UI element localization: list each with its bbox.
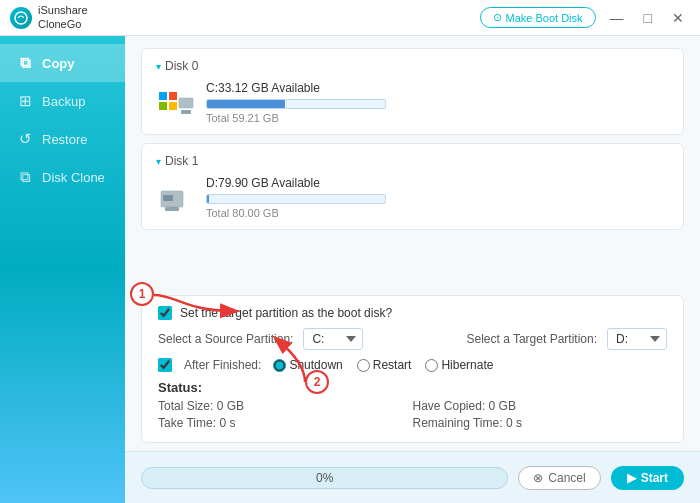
drive-d-total: Total 80.00 GB [206, 207, 669, 219]
backup-icon: ⊞ [16, 92, 34, 110]
svg-rect-9 [163, 195, 173, 201]
minimize-button[interactable]: — [604, 8, 630, 28]
after-options-group: Shutdown Restart Hibernate [273, 358, 493, 372]
app-logo: iSunshare CloneGo [10, 4, 88, 30]
restart-option[interactable]: Restart [357, 358, 412, 372]
bottom-bar: 0% ⊗ Cancel ▶ Start [125, 451, 700, 503]
app-name-line2: CloneGo [38, 18, 88, 31]
drive-c-total: Total 59.21 GB [206, 112, 669, 124]
svg-rect-2 [169, 92, 177, 100]
disk1-header: ▾ Disk 1 [156, 154, 669, 168]
status-grid: Total Size: 0 GB Have Copied: 0 GB Take … [158, 399, 667, 430]
disk-panels: ▾ Disk 0 [125, 36, 700, 295]
after-finished-label: After Finished: [184, 358, 261, 372]
svg-rect-4 [169, 102, 177, 110]
sidebar-item-restore[interactable]: ↺ Restore [0, 120, 125, 158]
sidebar-item-label: Backup [42, 94, 85, 109]
disk0-header: ▾ Disk 0 [156, 59, 669, 73]
boot-disk-icon: ⊙ [493, 11, 502, 24]
start-button[interactable]: ▶ Start [611, 466, 684, 490]
app-body: ⧉ Copy ⊞ Backup ↺ Restore ⧉ Disk Clone ▾… [0, 36, 700, 503]
sidebar: ⧉ Copy ⊞ Backup ↺ Restore ⧉ Disk Clone [0, 36, 125, 503]
svg-point-0 [15, 12, 27, 24]
drive-d-bar [206, 194, 386, 204]
drive-d-bar-fill [207, 195, 209, 203]
sidebar-item-label: Copy [42, 56, 75, 71]
make-boot-label: Make Boot Disk [506, 12, 583, 24]
disk0-label: Disk 0 [165, 59, 198, 73]
total-size-item: Total Size: 0 GB [158, 399, 413, 413]
progress-label: 0% [316, 471, 333, 485]
restart-radio[interactable] [357, 359, 370, 372]
shutdown-radio[interactable] [273, 359, 286, 372]
app-name-line1: iSunshare [38, 4, 88, 17]
copy-icon: ⧉ [16, 54, 34, 72]
source-partition-label: Select a Source Partition: [158, 332, 293, 346]
drive-d-icon [156, 182, 196, 214]
svg-rect-1 [159, 92, 167, 100]
svg-rect-3 [159, 102, 167, 110]
svg-rect-8 [165, 207, 179, 211]
maximize-button[interactable]: □ [638, 8, 658, 28]
title-bar: iSunshare CloneGo ⊙ Make Boot Disk — □ ✕ [0, 0, 700, 36]
source-partition-select[interactable]: C: [303, 328, 363, 350]
partition-row: Select a Source Partition: C: Select a T… [158, 328, 667, 350]
sidebar-item-copy[interactable]: ⧉ Copy [0, 44, 125, 82]
drive-d-label: D:79.90 GB Available [206, 176, 669, 190]
svg-rect-5 [179, 98, 193, 108]
shutdown-option[interactable]: Shutdown [273, 358, 342, 372]
drive-c-info: C:33.12 GB Available Total 59.21 GB [206, 81, 669, 124]
title-bar-actions: ⊙ Make Boot Disk — □ ✕ [480, 7, 691, 28]
cancel-label: Cancel [548, 471, 585, 485]
drive-c-icon [156, 87, 196, 119]
annotation-1: 1 [130, 282, 154, 306]
close-button[interactable]: ✕ [666, 8, 690, 28]
disk1-label: Disk 1 [165, 154, 198, 168]
hibernate-option[interactable]: Hibernate [425, 358, 493, 372]
take-time-item: Take Time: 0 s [158, 416, 413, 430]
status-title: Status: [158, 380, 667, 395]
sidebar-item-backup[interactable]: ⊞ Backup [0, 82, 125, 120]
start-icon: ▶ [627, 471, 636, 485]
target-partition-select[interactable]: D: [607, 328, 667, 350]
drive-c-label: C:33.12 GB Available [206, 81, 669, 95]
boot-disk-checkbox[interactable] [158, 306, 172, 320]
disk1-chevron-icon: ▾ [156, 156, 161, 167]
sidebar-item-label: Restore [42, 132, 88, 147]
drive-d-info: D:79.90 GB Available Total 80.00 GB [206, 176, 669, 219]
restart-label: Restart [373, 358, 412, 372]
after-finished-checkbox[interactable] [158, 358, 172, 372]
sidebar-item-diskclone[interactable]: ⧉ Disk Clone [0, 158, 125, 196]
restore-icon: ↺ [16, 130, 34, 148]
svg-rect-6 [181, 110, 191, 114]
status-section: Status: Total Size: 0 GB Have Copied: 0 … [158, 380, 667, 430]
sidebar-item-label: Disk Clone [42, 170, 105, 185]
cancel-icon: ⊗ [533, 471, 543, 485]
content-area: ▾ Disk 0 [125, 36, 700, 503]
remaining-time-item: Remaining Time: 0 s [413, 416, 668, 430]
settings-panel: Set the target partition as the boot dis… [141, 295, 684, 443]
make-boot-button[interactable]: ⊙ Make Boot Disk [480, 7, 596, 28]
drive-c-bar [206, 99, 386, 109]
annotation-2: 2 [305, 370, 329, 394]
hibernate-radio[interactable] [425, 359, 438, 372]
disk1-panel: ▾ Disk 1 D:79.90 GB Available [141, 143, 684, 230]
after-finished-row: After Finished: Shutdown Restart Hiberna… [158, 358, 667, 372]
boot-disk-row: Set the target partition as the boot dis… [158, 306, 667, 320]
diskclone-icon: ⧉ [16, 168, 34, 186]
target-partition-label: Select a Target Partition: [466, 332, 597, 346]
drive-c-bar-fill [207, 100, 285, 108]
have-copied-item: Have Copied: 0 GB [413, 399, 668, 413]
logo-icon [10, 7, 32, 29]
disk0-drive-row: C:33.12 GB Available Total 59.21 GB [156, 81, 669, 124]
disk1-drive-row: D:79.90 GB Available Total 80.00 GB [156, 176, 669, 219]
progress-bar-container: 0% [141, 467, 508, 489]
cancel-button[interactable]: ⊗ Cancel [518, 466, 600, 490]
hibernate-label: Hibernate [441, 358, 493, 372]
disk0-chevron-icon: ▾ [156, 61, 161, 72]
boot-disk-label: Set the target partition as the boot dis… [180, 306, 392, 320]
disk0-panel: ▾ Disk 0 [141, 48, 684, 135]
start-label: Start [641, 471, 668, 485]
